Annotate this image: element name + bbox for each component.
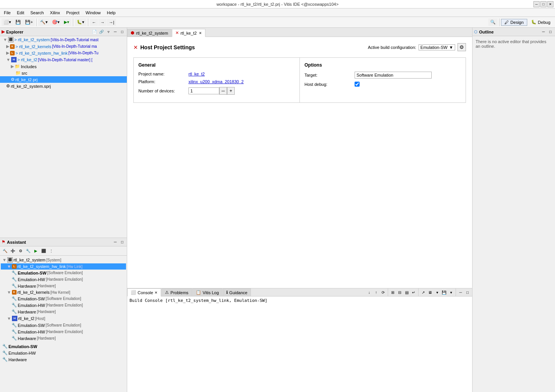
asst-item-hw-link[interactable]: ▼ L rtl_ke_t2_system_hw_link [Hw Link] [1,263,126,270]
console-minimize-button[interactable]: ─ [457,289,464,295]
explorer-item-kernels[interactable]: ▶ K > rtl_ke_t2_kernels [Vitis-In-Depth-… [0,43,127,50]
build-dropdown[interactable]: 🔨▾ [38,18,50,26]
explorer-collapse-button[interactable]: 📄 [91,29,98,35]
build-config-dropdown[interactable]: Emulation-SW ▼ [419,44,455,50]
console-tab-guidance[interactable]: ℹ Guidance [223,288,251,296]
build-config-settings-button[interactable]: ⚙ [457,43,466,51]
src-label: src [22,71,27,75]
save-all-button[interactable]: 💾+ [23,18,35,26]
menu-window[interactable]: Window [83,10,103,16]
num-devices-minus[interactable]: ─ [219,87,227,95]
console-new-button[interactable]: ⊞ [390,289,396,295]
save-button[interactable]: 💾 [13,18,23,26]
console-word-wrap-button[interactable]: ↵ [410,289,417,295]
explorer-item-includes[interactable]: ▶ 📁 Includes [0,63,127,70]
close-button[interactable]: ✕ [547,1,553,7]
asst-item-system[interactable]: ▼ ⬛ rtl_ke_t2_system [System] [1,256,126,263]
window-controls[interactable]: ─ □ ✕ [533,1,553,7]
asst-hw3-icon: 🔧 [12,336,17,341]
explorer-item-prj[interactable]: ⚙ rtl_ke_t2.prj [0,76,127,83]
console-maximize-button[interactable]: □ [464,289,471,295]
console-export-button[interactable]: ↗ [420,289,426,295]
explorer-item-sprj[interactable]: ⚙ rtl_ke_t2_system.sprj [0,83,127,89]
nav-forward[interactable]: → [98,19,106,26]
menu-project[interactable]: Project [64,10,82,16]
debug-mode-button[interactable]: 🐛 Debug [528,19,553,25]
num-devices-input[interactable] [188,87,219,94]
asst-settings-button[interactable]: ⚙ [17,248,24,255]
console-text: Build Console [rtl_ke_t2_system_hw_link,… [130,298,267,303]
minimize-button[interactable]: ─ [533,1,540,7]
menu-edit[interactable]: Edit [15,10,27,16]
tab-rtl[interactable]: ✕ rtl_ke_t2 ✕ [172,29,205,37]
platform-value[interactable]: xilinx_u200_xdma_201830_2 [188,79,244,84]
asst-run-button[interactable]: ▶ [32,248,39,255]
asst-item-hw-3[interactable]: 🔧 Hardware [Hardware] [1,335,126,342]
debug-dropdown[interactable]: 🐛▾ [75,18,86,26]
console-save-button[interactable]: 💾 [441,289,447,295]
asst-standalone-hw[interactable]: 🔧 Hardware [1,356,126,363]
search-toolbar-button[interactable]: 🔍 [488,18,498,26]
console-tab-problems[interactable]: ⚠ Problems [161,288,192,296]
explorer-maximize-button[interactable]: □ [119,29,125,35]
tab-system[interactable]: ⬢ rtl_ke_t2_system [127,29,172,37]
asst-item-hw-1[interactable]: 🔧 Hardware [Hardware] [1,283,126,289]
asst-emulsw2-icon: 🔧 [12,296,17,301]
asst-item-emulhw-2[interactable]: 🔧 Emulation-HW [Hardware Emulation] [1,302,126,308]
asst-build-button[interactable]: 🔨 [2,248,8,255]
design-button[interactable]: 🖊 Design [501,19,527,26]
console-tab-vitislog[interactable]: 📋 Vitis Log [192,288,222,296]
project-name-value[interactable]: rtl_ke_t2 [188,72,205,76]
console-tab-close[interactable]: ✕ [155,291,158,295]
console-dropdown2-button[interactable]: ▾ [448,289,454,295]
asst-item-emulsw-2[interactable]: 🔧 Emulation-SW [Software Emulation] [1,295,126,302]
target-button[interactable]: 🎯▾ [50,18,62,26]
console-tile-button[interactable]: ⊟ [397,289,403,295]
explorer-item-host[interactable]: ▼ H > rtl_ke_t2 [Vitis-In-Depth-Tutorial… [0,56,127,63]
outline-maximize-button[interactable]: □ [547,29,553,35]
outline-header: ⬡ Outline ─ □ [473,28,555,36]
menu-xilinx[interactable]: Xilinx [48,10,62,16]
console-dropdown-button[interactable]: ▾ [434,289,440,295]
menu-help[interactable]: Help [104,10,118,16]
asst-item-emulsw-3[interactable]: 🔧 Emulation-SW [Software Emulation] [1,322,126,328]
asst-item-host[interactable]: ▼ H rtl_ke_t2 [Host] [1,315,126,322]
console-tab-console[interactable]: ⬜ Console ✕ [127,288,161,297]
explorer-item-hw-link[interactable]: ▶ L > rtl_ke_t2_system_hw_link [Vitis-In… [0,50,127,56]
asst-item-emulhw-1[interactable]: 🔧 Emulation-HW [Hardware Emulation] [1,276,126,283]
maximize-button[interactable]: □ [540,1,547,7]
host-debug-checkbox[interactable] [355,82,360,87]
nav-last[interactable]: →| [107,19,116,26]
assistant-minimize-button[interactable]: ─ [112,239,118,245]
asst-standalone-emulhw[interactable]: 🔧 Emulation-HW [1,350,126,356]
console-filter-button[interactable]: ▤ [404,289,410,295]
asst-item-hw-2[interactable]: 🔧 Hardware [Hardware] [1,308,126,315]
console-refresh-button[interactable]: ⟳ [380,289,386,295]
console-monitor-button[interactable]: 🖥 [427,289,433,295]
asst-item-kernels[interactable]: ▼ K rtl_ke_t2_kernels [Hw Kernel] [1,289,126,295]
target-input[interactable] [355,72,432,79]
console-down-button[interactable]: ↓ [366,289,372,295]
asst-item-emulsw-1[interactable]: 🔧 Emulation-SW [Software Emulation] [1,270,126,276]
run-button[interactable]: ▶▾ [62,18,71,26]
console-up-button[interactable]: ↑ [373,289,379,295]
explorer-item-system[interactable]: ▼ ⬛ > rtl_ke_t2_system [Vitis-In-Depth-T… [0,36,127,43]
asst-item-emulhw-3[interactable]: 🔧 Emulation-HW [Hardware Emulation] [1,328,126,335]
asst-menu-button[interactable]: ⋮ [48,248,55,255]
tab-rtl-close[interactable]: ✕ [199,31,202,35]
asst-add-button[interactable]: ➕ [9,248,16,255]
explorer-menu-button[interactable]: ▿ [105,29,111,35]
asst-stop-button[interactable]: ⬛ [40,248,47,255]
assistant-maximize-button[interactable]: □ [119,239,125,245]
num-devices-plus[interactable]: + [227,87,235,95]
explorer-link-button[interactable]: 🔗 [98,29,104,35]
outline-minimize-button[interactable]: ─ [540,29,547,35]
nav-back[interactable]: ← [90,19,98,26]
new-button[interactable]: ⬜▾ [2,18,13,26]
asst-wrench-button[interactable]: 🔧 [25,248,32,255]
explorer-minimize-button[interactable]: ─ [112,29,118,35]
menu-file[interactable]: File [2,10,13,16]
explorer-item-src[interactable]: 📁 src [0,70,127,76]
asst-standalone-emulsw[interactable]: 🔧 Emulation-SW [1,343,126,350]
menu-search[interactable]: Search [28,10,46,16]
